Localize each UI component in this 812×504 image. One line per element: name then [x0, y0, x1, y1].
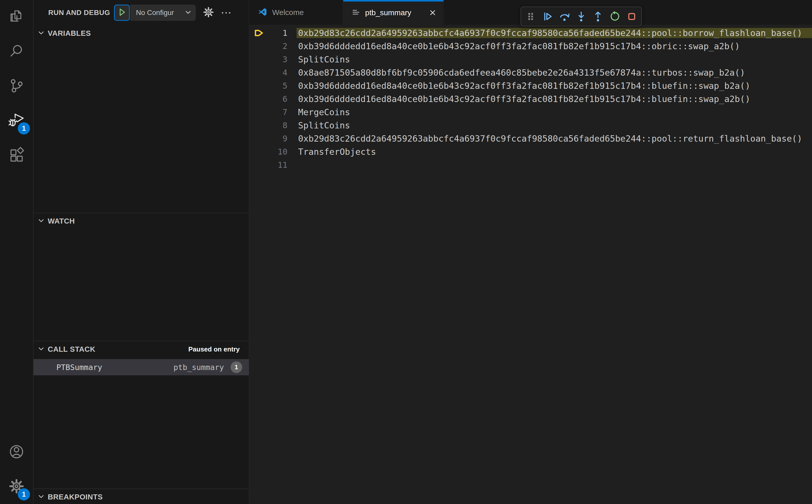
- line-number[interactable]: 11: [249, 160, 287, 170]
- debug-config-label: No Configur: [136, 9, 185, 17]
- activity-item-source-control[interactable]: [0, 69, 33, 104]
- code-line[interactable]: 8SplitCoins: [249, 119, 812, 132]
- tab-label: ptb_summary: [365, 8, 411, 17]
- code-text: 0xb39d6dddedd16ed8a40ce0b1e6b43c92acf0ff…: [296, 81, 812, 91]
- code-line[interactable]: 11: [249, 158, 812, 172]
- activity-item-search[interactable]: [0, 35, 33, 69]
- stack-frame-file: ptb_summary: [173, 363, 224, 372]
- line-number[interactable]: 2: [249, 41, 287, 51]
- call-stack-section: CALL STACK Paused on entry PTBSummary pt…: [34, 341, 249, 489]
- step-into-button[interactable]: [574, 9, 588, 24]
- tab-welcome[interactable]: Welcome: [249, 0, 343, 25]
- activity-bar: 1: [0, 0, 34, 504]
- activity-item-run-and-debug[interactable]: 1: [0, 104, 33, 138]
- code-text: MergeCoins: [296, 107, 812, 117]
- restart-button[interactable]: [608, 9, 622, 24]
- sidebar-titlebar: RUN AND DEBUG No Configur: [34, 0, 249, 25]
- settings-count-badge: 1: [18, 488, 30, 500]
- variables-section: VARIABLES: [34, 25, 249, 213]
- activity-item-explorer[interactable]: [0, 0, 33, 35]
- search-icon: [9, 43, 24, 60]
- debug-toolbar: [521, 7, 642, 26]
- code-line[interactable]: 3SplitCoins: [249, 53, 812, 66]
- chevron-down-icon: [38, 345, 45, 353]
- file-list-icon: [352, 8, 360, 17]
- chevron-down-icon: [185, 9, 192, 17]
- line-number[interactable]: 10: [249, 147, 287, 157]
- code-text: 0xb39d6dddedd16ed8a40ce0b1e6b43c92acf0ff…: [296, 94, 812, 104]
- code-line[interactable]: 60xb39d6dddedd16ed8a40ce0b1e6b43c92acf0f…: [249, 92, 812, 106]
- close-icon[interactable]: [429, 9, 437, 16]
- chevron-down-icon: [38, 217, 45, 225]
- step-out-button[interactable]: [591, 9, 605, 24]
- debug-config-control: No Configur: [114, 5, 196, 21]
- line-number[interactable]: 7: [249, 107, 287, 117]
- vscode-window: 1: [0, 0, 812, 504]
- code-line[interactable]: 50xb39d6dddedd16ed8a40ce0b1e6b43c92acf0f…: [249, 79, 812, 92]
- code-text: SplitCoins: [296, 54, 812, 64]
- execution-pointer-icon: [253, 27, 264, 40]
- run-and-debug-sidebar: RUN AND DEBUG No Configur: [34, 0, 249, 504]
- account-icon: [9, 444, 24, 461]
- code-text: 0x8ae871505a80d8bf6bf9c05906cda6edfeea46…: [296, 68, 812, 78]
- code-line[interactable]: 90xb29d83c26cdd2a64959263abbcfc4a6937f0c…: [249, 132, 812, 145]
- editor-area: Welcome ptb_summary 10xb29d83c26cdd2a649…: [249, 0, 812, 504]
- step-over-button[interactable]: [557, 9, 572, 24]
- tab-label: Welcome: [272, 8, 304, 17]
- watch-section-header[interactable]: WATCH: [34, 213, 249, 229]
- section-label: BREAKPOINTS: [48, 493, 103, 501]
- code-text: 0xb39d6dddedd16ed8a40ce0b1e6b43c92acf0ff…: [296, 41, 812, 51]
- activity-item-extensions[interactable]: [0, 138, 33, 173]
- stop-button[interactable]: [625, 9, 639, 24]
- chevron-down-icon: [38, 29, 45, 37]
- chevron-down-icon: [38, 493, 45, 501]
- more-actions-button[interactable]: ⋯: [221, 7, 231, 18]
- debug-settings-gear-button[interactable]: [203, 7, 214, 19]
- line-number[interactable]: 6: [249, 94, 287, 104]
- line-number[interactable]: 8: [249, 121, 287, 130]
- line-number[interactable]: 9: [249, 134, 287, 143]
- line-number[interactable]: 3: [249, 55, 287, 64]
- breakpoints-section-header[interactable]: BREAKPOINTS: [34, 489, 249, 504]
- extensions-icon: [9, 147, 24, 164]
- debug-config-dropdown[interactable]: No Configur: [130, 5, 196, 21]
- code-text: 0xb29d83c26cdd2a64959263abbcfc4a6937f0c9…: [296, 28, 812, 38]
- toolbar-drag-handle[interactable]: [524, 9, 538, 24]
- code-line[interactable]: 40x8ae871505a80d8bf6bf9c05906cda6edfeea4…: [249, 66, 812, 79]
- pause-reason-text: Paused on entry: [188, 345, 249, 353]
- code-line[interactable]: 10xb29d83c26cdd2a64959263abbcfc4a6937f0c…: [249, 26, 812, 40]
- code-text: SplitCoins: [296, 120, 812, 130]
- stack-frame-name: PTBSummary: [56, 363, 102, 372]
- stack-frame-line-badge: 1: [230, 361, 242, 373]
- tab-ptb-summary[interactable]: ptb_summary: [343, 0, 444, 25]
- variables-section-header[interactable]: VARIABLES: [34, 25, 249, 41]
- code-text: 0xb29d83c26cdd2a64959263abbcfc4a6937f0c9…: [296, 133, 812, 144]
- source-control-branch-icon: [9, 78, 24, 95]
- code-text: TransferObjects: [296, 147, 812, 157]
- play-icon: [118, 8, 126, 18]
- continue-button[interactable]: [541, 9, 555, 24]
- sidebar-title: RUN AND DEBUG: [48, 9, 110, 17]
- call-stack-section-header[interactable]: CALL STACK Paused on entry: [34, 341, 249, 357]
- watch-section: WATCH: [34, 213, 249, 341]
- stack-frame-row[interactable]: PTBSummary ptb_summary 1: [34, 359, 249, 375]
- code-line[interactable]: 7MergeCoins: [249, 106, 812, 119]
- debug-count-badge: 1: [18, 122, 30, 135]
- code-editor: 10xb29d83c26cdd2a64959263abbcfc4a6937f0c…: [249, 25, 812, 504]
- section-label: CALL STACK: [48, 345, 95, 354]
- line-number[interactable]: 5: [249, 81, 287, 91]
- section-label: WATCH: [48, 217, 75, 225]
- activity-item-settings[interactable]: 1: [0, 469, 33, 504]
- code-line[interactable]: 10TransferObjects: [249, 145, 812, 158]
- code-lines: 10xb29d83c26cdd2a64959263abbcfc4a6937f0c…: [249, 26, 812, 172]
- code-line[interactable]: 20xb39d6dddedd16ed8a40ce0b1e6b43c92acf0f…: [249, 40, 812, 53]
- files-icon: [9, 9, 24, 26]
- start-debug-button[interactable]: [114, 5, 130, 21]
- activity-item-account[interactable]: [0, 435, 33, 469]
- line-number[interactable]: 4: [249, 68, 287, 77]
- breakpoints-section: BREAKPOINTS: [34, 489, 249, 504]
- vscode-logo-icon: [258, 7, 267, 18]
- activity-bar-spacer: [0, 173, 33, 435]
- section-label: VARIABLES: [48, 29, 91, 38]
